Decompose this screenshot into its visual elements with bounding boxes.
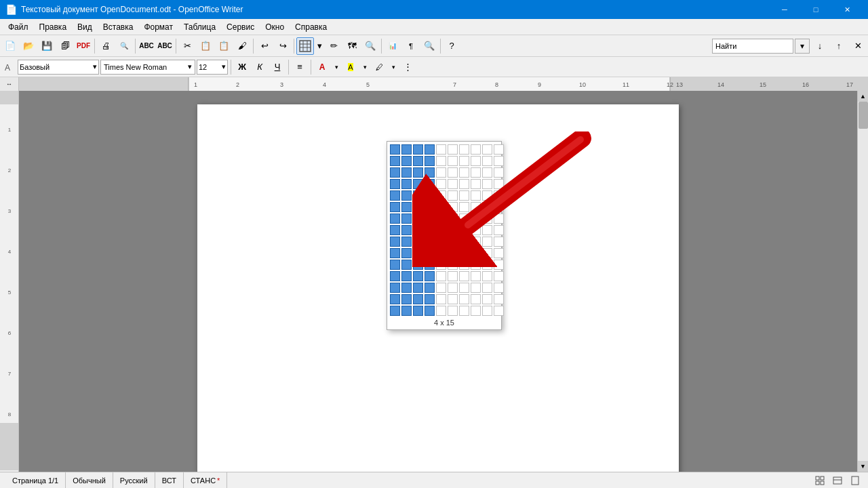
grid-cell[interactable] [448, 214, 458, 224]
grid-cell[interactable] [459, 237, 469, 247]
find-prev-button[interactable]: ↑ [830, 37, 848, 55]
grid-cell[interactable] [459, 144, 469, 155]
grid-cell[interactable] [482, 248, 492, 258]
grid-cell[interactable] [482, 260, 492, 270]
grid-cell[interactable] [448, 179, 458, 189]
grid-cell[interactable] [471, 271, 481, 281]
find-bar-button[interactable]: 🔍 [361, 37, 379, 55]
grid-cell[interactable] [482, 156, 492, 166]
grid-cell[interactable] [471, 294, 481, 304]
grid-cell[interactable] [390, 144, 400, 155]
grid-cell[interactable] [436, 179, 446, 189]
grid-cell[interactable] [494, 156, 504, 166]
grid-cell[interactable] [482, 179, 492, 189]
grid-cell[interactable] [390, 306, 400, 316]
grid-cell[interactable] [413, 202, 423, 212]
grid-cell[interactable] [390, 167, 400, 178]
grid-cell[interactable] [459, 271, 469, 281]
table-grid[interactable] [390, 144, 498, 317]
paste-button[interactable]: 📋 [215, 37, 233, 55]
grid-cell[interactable] [448, 306, 458, 316]
grid-cell[interactable] [448, 144, 458, 155]
grid-cell[interactable] [448, 248, 458, 258]
grid-cell[interactable] [436, 167, 446, 178]
grid-cell[interactable] [401, 167, 412, 178]
grid-cell[interactable] [482, 306, 492, 316]
grid-cell[interactable] [401, 294, 412, 304]
grid-cell[interactable] [459, 190, 469, 201]
grid-cell[interactable] [459, 260, 469, 270]
grid-cell[interactable] [413, 283, 423, 293]
grid-cell[interactable] [390, 237, 400, 247]
menu-item-справка[interactable]: Справка [290, 20, 332, 35]
grid-cell[interactable] [471, 237, 481, 247]
grid-cell[interactable] [448, 167, 458, 178]
char-bg-arrow[interactable]: ▾ [389, 59, 398, 75]
grid-cell[interactable] [471, 156, 481, 166]
grid-cell[interactable] [459, 179, 469, 189]
grid-cell[interactable] [448, 260, 458, 270]
grid-cell[interactable] [482, 294, 492, 304]
grid-cell[interactable] [482, 214, 492, 224]
grid-cell[interactable] [425, 179, 435, 189]
grid-cell[interactable] [436, 260, 446, 270]
grid-cell[interactable] [471, 179, 481, 189]
grid-cell[interactable] [413, 167, 423, 178]
undo-button[interactable]: ↩ [256, 37, 273, 55]
grid-cell[interactable] [482, 190, 492, 201]
grid-cell[interactable] [448, 294, 458, 304]
status-view3-button[interactable] [848, 473, 863, 488]
scroll-up-button[interactable]: ▲ [858, 91, 869, 102]
scroll-down-button[interactable]: ▼ [858, 461, 869, 472]
grid-cell[interactable] [448, 190, 458, 201]
grid-cell[interactable] [413, 214, 423, 224]
grid-cell[interactable] [459, 248, 469, 258]
grid-cell[interactable] [401, 156, 412, 166]
grid-cell[interactable] [390, 248, 400, 258]
paragraph-style-select[interactable]: Базовый ▾ [18, 60, 99, 75]
grid-cell[interactable] [448, 283, 458, 293]
grid-cell[interactable] [482, 167, 492, 178]
font-name-select[interactable]: Times New Roman ▾ [100, 60, 195, 75]
grid-cell[interactable] [494, 237, 504, 247]
insert-mode[interactable]: ВСТ [155, 472, 184, 488]
grid-cell[interactable] [401, 260, 412, 270]
grid-cell[interactable] [401, 271, 412, 281]
nonprint-button[interactable]: ¶ [402, 37, 420, 55]
char-bg-button[interactable]: 🖊 [371, 59, 387, 75]
grid-cell[interactable] [459, 294, 469, 304]
new-button[interactable]: 📄 [1, 37, 19, 55]
navigator-button[interactable]: 🗺 [343, 37, 361, 55]
grid-cell[interactable] [425, 248, 435, 258]
grid-cell[interactable] [494, 294, 504, 304]
grid-cell[interactable] [436, 306, 446, 316]
grid-cell[interactable] [401, 214, 412, 224]
draw-button[interactable]: ✏ [325, 37, 342, 55]
save-button[interactable]: 💾 [38, 37, 56, 55]
grid-cell[interactable] [425, 144, 435, 155]
save-as-button[interactable]: 🗐 [56, 37, 74, 55]
close-button[interactable]: ✕ [831, 0, 863, 19]
grid-cell[interactable] [401, 225, 412, 235]
grid-cell[interactable] [436, 294, 446, 304]
grid-cell[interactable] [482, 271, 492, 281]
grid-cell[interactable] [390, 179, 400, 189]
grid-cell[interactable] [494, 248, 504, 258]
grid-cell[interactable] [436, 283, 446, 293]
grid-cell[interactable] [413, 179, 423, 189]
menu-item-правка[interactable]: Правка [34, 20, 73, 35]
grid-cell[interactable] [482, 283, 492, 293]
grid-cell[interactable] [494, 271, 504, 281]
datasources-button[interactable]: 📊 [384, 37, 401, 55]
grid-cell[interactable] [494, 225, 504, 235]
grid-cell[interactable] [459, 156, 469, 166]
grid-cell[interactable] [448, 237, 458, 247]
grid-cell[interactable] [471, 225, 481, 235]
grid-cell[interactable] [436, 271, 446, 281]
scroll-thumb[interactable] [859, 102, 868, 129]
table-insert-popup[interactable]: 4 x 15 [387, 141, 502, 330]
more-fmt-button[interactable]: ⋮ [399, 59, 416, 75]
ruler-corner[interactable]: ↔ [0, 77, 19, 91]
grid-cell[interactable] [401, 144, 412, 155]
grid-cell[interactable] [471, 167, 481, 178]
